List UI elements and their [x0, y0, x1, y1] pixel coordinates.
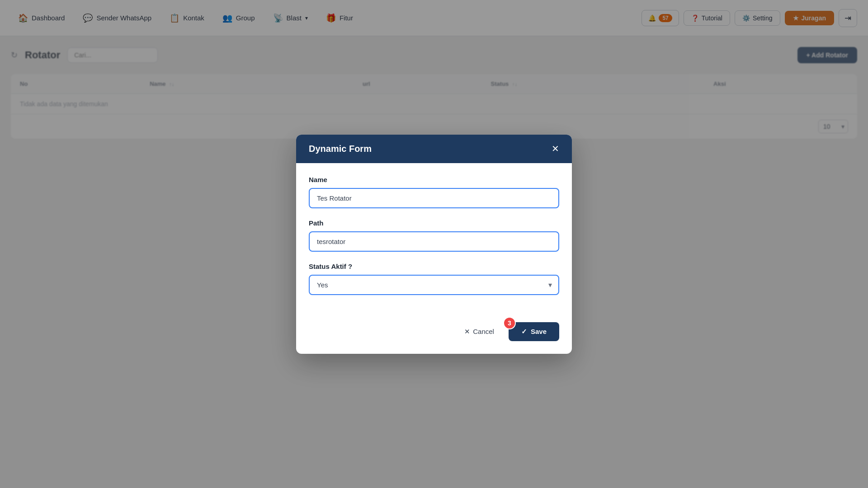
- modal-close-button[interactable]: ✕: [552, 144, 559, 153]
- cancel-button[interactable]: ✕ Cancel: [457, 323, 501, 340]
- save-label: Save: [531, 328, 547, 335]
- name-label: Name: [309, 176, 559, 183]
- cancel-x-icon: ✕: [464, 328, 470, 336]
- name-input[interactable]: [309, 188, 559, 208]
- modal-header: Dynamic Form ✕: [296, 135, 572, 163]
- dynamic-form-modal: Dynamic Form ✕ Name Path Status Aktif ? …: [296, 135, 572, 354]
- path-form-group: Path: [309, 219, 559, 252]
- cancel-label: Cancel: [473, 328, 494, 335]
- path-label: Path: [309, 219, 559, 227]
- save-button[interactable]: 3 ✓ Save: [509, 322, 559, 341]
- modal-title: Dynamic Form: [309, 144, 372, 154]
- status-select[interactable]: Yes No: [309, 275, 559, 295]
- status-label: Status Aktif ?: [309, 263, 559, 270]
- modal-overlay[interactable]: Dynamic Form ✕ Name Path Status Aktif ? …: [0, 0, 868, 488]
- path-input[interactable]: [309, 231, 559, 252]
- modal-body: Name Path Status Aktif ? Yes No ▾: [296, 163, 572, 315]
- name-form-group: Name: [309, 176, 559, 208]
- modal-footer: ✕ Cancel 3 ✓ Save: [296, 315, 572, 354]
- step-badge: 3: [503, 317, 516, 329]
- save-check-icon: ✓: [521, 328, 527, 336]
- status-select-wrapper: Yes No ▾: [309, 275, 559, 295]
- status-form-group: Status Aktif ? Yes No ▾: [309, 263, 559, 295]
